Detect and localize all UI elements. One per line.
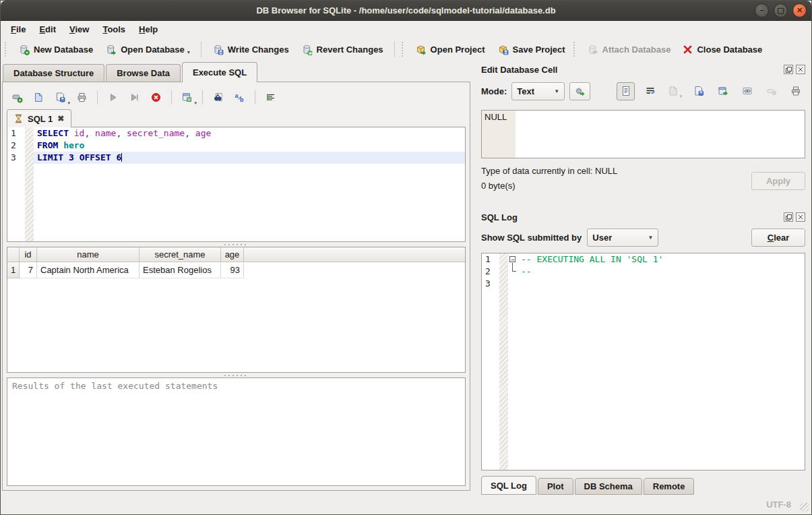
column-header-id[interactable]: id [20, 247, 37, 262]
new-database-button[interactable]: New Database [12, 40, 99, 59]
word-wrap-button[interactable] [641, 82, 659, 100]
toolbar-drag-handle[interactable] [402, 42, 406, 57]
log-text: -- [520, 266, 532, 278]
tab-plot[interactable]: Plot [538, 478, 573, 495]
column-header-age[interactable]: age [221, 247, 244, 262]
import-gear-icon [574, 86, 586, 97]
sql-log-title: SQL Log [481, 212, 784, 222]
text-mode-button[interactable] [617, 82, 635, 100]
line-number: 1 [7, 127, 25, 140]
sql-editor[interactable]: 1SELECT id, name, secret_name, age2FROM … [7, 127, 466, 242]
tab-execute-sql[interactable]: Execute SQL [182, 62, 257, 82]
mode-value: Text [517, 86, 534, 96]
column-header-name[interactable]: name [37, 247, 139, 262]
sql-format-button[interactable]: ab [230, 88, 249, 106]
menu-edit[interactable]: Edit [32, 22, 63, 36]
fold-marker [508, 278, 520, 290]
toolbar-drag-handle[interactable] [573, 42, 577, 57]
tab-database-structure[interactable]: Database Structure [3, 64, 104, 82]
tab-db-schema[interactable]: DB Schema [575, 478, 642, 495]
fold-end-icon [512, 265, 516, 272]
sql-new-tab-button[interactable] [8, 88, 26, 106]
save-project-icon [497, 44, 509, 55]
menu-view[interactable]: View [63, 22, 96, 36]
cell-id[interactable]: 7 [20, 262, 37, 278]
export-cell-button[interactable] [689, 82, 708, 100]
edit-cell-title: Edit Database Cell [481, 65, 784, 75]
import-data-button[interactable] [569, 82, 590, 100]
float-dock-icon[interactable] [784, 212, 793, 222]
cell-name[interactable]: Captain North America [37, 262, 139, 278]
open-database-icon [105, 44, 117, 55]
row-number-cell[interactable]: 1 [7, 262, 20, 278]
cell-value-editor[interactable]: NULL [481, 110, 805, 158]
maximize-button[interactable]: ▢ [774, 3, 788, 18]
clear-log-button[interactable]: Clear [751, 229, 805, 247]
close-tab-icon[interactable]: ✖ [57, 114, 64, 123]
print-cell-button[interactable] [786, 82, 805, 100]
execution-message-area[interactable]: Results of the last executed statements [7, 377, 466, 486]
cell-age[interactable]: 93 [221, 262, 244, 278]
sql-export-button[interactable] [178, 88, 196, 106]
toolbar-drag-handle[interactable] [5, 42, 9, 57]
corner-header-cell[interactable] [7, 247, 20, 262]
results-grid[interactable]: id name secret_name age 1 7 Captain Nort… [7, 247, 466, 373]
float-dock-icon[interactable] [784, 65, 793, 74]
set-null-icon [766, 86, 777, 96]
sql-find-button[interactable] [209, 88, 227, 106]
column-header-secret-name[interactable]: secret_name [139, 247, 221, 262]
fold-margin [25, 127, 34, 140]
open-project-button[interactable]: Open Project [409, 40, 491, 59]
sql-print-button[interactable] [73, 88, 91, 106]
menu-tools[interactable]: Tools [96, 22, 132, 36]
sql-log-dock-title: SQL Log [481, 210, 805, 224]
tab-browse-data[interactable]: Browse Data [106, 64, 181, 82]
menu-file[interactable]: File [4, 22, 32, 36]
editor-line[interactable]: 1SELECT id, name, secret_name, age [7, 127, 465, 140]
log-line[interactable]: 1-- EXECUTING ALL IN 'SQL 1' [482, 253, 805, 266]
hourglass-icon [14, 114, 23, 123]
minimize-button[interactable]: – [755, 3, 769, 18]
write-changes-button[interactable]: Write Changes [206, 40, 295, 59]
sql-toolbar-separator [97, 90, 98, 104]
log-line[interactable]: 2-- [482, 266, 805, 278]
execute-sql-pane: ab SQL 1 ✖ 1SELECT id, name, secret_name… [2, 82, 470, 491]
open-in-app-button[interactable] [714, 82, 732, 100]
open-database-button[interactable]: Open Database ▾ [99, 40, 196, 59]
editor-line[interactable]: 3LIMIT 3 OFFSET 6 [7, 152, 465, 164]
line-number: 3 [482, 278, 499, 290]
cell-secret-name[interactable]: Esteban Rogelios [139, 262, 221, 278]
splitter-handle[interactable] [7, 242, 466, 247]
menu-help[interactable]: Help [132, 22, 164, 36]
close-button[interactable]: ✕ [792, 3, 807, 18]
tab-sql-log[interactable]: SQL Log [481, 476, 536, 495]
save-file-icon [693, 86, 704, 96]
sql-open-file-button[interactable] [30, 88, 48, 106]
sql-tab-1[interactable]: SQL 1 ✖ [7, 109, 71, 127]
cell-format-icons [617, 82, 805, 100]
fold-collapse-icon [509, 256, 516, 262]
format-sql-icon: ab [234, 92, 245, 103]
close-dock-icon[interactable] [796, 65, 805, 74]
link-cell-button[interactable] [738, 82, 756, 100]
open-database-dropdown-icon[interactable]: ▾ [187, 49, 190, 55]
log-line[interactable]: 3 [482, 278, 805, 290]
sql-save-file-button[interactable] [51, 88, 69, 106]
sql-source-select[interactable]: User ▼ [587, 229, 658, 247]
close-dock-icon[interactable] [796, 212, 805, 222]
encoding-indicator[interactable]: UTF-8 [766, 499, 791, 510]
save-project-button[interactable]: Save Project [491, 40, 571, 59]
tab-remote[interactable]: Remote [644, 478, 695, 495]
editor-line[interactable]: 2FROM hero [7, 140, 465, 152]
mode-select[interactable]: Text ▼ [511, 82, 565, 100]
revert-changes-button[interactable]: Revert Changes [295, 40, 389, 59]
sql-indent-button[interactable] [261, 88, 280, 106]
close-database-button[interactable]: Close Database [677, 41, 768, 58]
titlebar[interactable]: DB Browser for SQLite - /home/user/code/… [1, 1, 811, 21]
log-text: -- EXECUTING ALL IN 'SQL 1' [520, 253, 663, 266]
window-title: DB Browser for SQLite - /home/user/code/… [256, 5, 555, 16]
resize-grip-icon[interactable] [800, 503, 809, 512]
sql-log-view[interactable]: 1-- EXECUTING ALL IN 'SQL 1'2--3 [481, 253, 805, 471]
sql-stop-button[interactable] [147, 88, 165, 106]
splitter-handle[interactable] [7, 373, 466, 377]
